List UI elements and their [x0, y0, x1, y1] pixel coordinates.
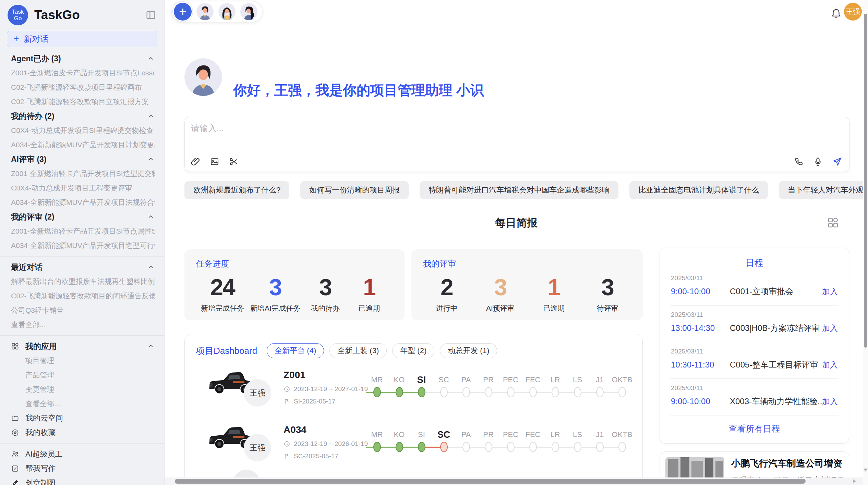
- sidebar-item-ai-staff[interactable]: AI超级员工: [11, 447, 155, 461]
- view-all-schedule-link[interactable]: 查看所有日程: [670, 423, 839, 434]
- notifications-bell-icon[interactable]: [830, 8, 842, 19]
- image-icon[interactable]: [209, 157, 220, 167]
- schedule-card: 日程 2025/03/119:00-10:00C001-立项审批会加入2025/…: [660, 248, 849, 444]
- milestone-track: MRKOSISCPAPRPECFECLRLSJ1OKTB: [366, 429, 633, 455]
- event-time: 9:00-10:00: [671, 287, 730, 296]
- send-icon[interactable]: [832, 157, 842, 167]
- app-title: TaskGo: [34, 8, 144, 22]
- milestone-label: LR: [544, 374, 566, 385]
- join-button[interactable]: 加入: [822, 396, 838, 407]
- sidebar-item[interactable]: A034-全新新能源MUV产品开发项目计划变更表编写: [11, 138, 155, 152]
- schedule-event: 2025/03/1110:30-11:30C005-整车工程目标评审加入: [670, 342, 839, 379]
- suggestion-chip[interactable]: 当下年轻人对汽车外观有怎样的喜好趋势: [779, 181, 868, 199]
- sidebar-section-header[interactable]: 我的评审 (2): [11, 210, 155, 224]
- sidebar-app-item[interactable]: 变更管理: [25, 382, 155, 397]
- sidebar-item-cloud-space[interactable]: 我的云空间: [11, 411, 155, 425]
- filter-pill[interactable]: 全新上装 (3): [329, 343, 387, 358]
- sidebar-item[interactable]: C02-飞腾新能源轻客改款项目立项汇报方案: [11, 95, 155, 109]
- collapse-sidebar-icon[interactable]: [144, 9, 157, 22]
- milestone-label: MR: [366, 374, 388, 385]
- sidebar-item[interactable]: C0X4-动力总成开发项目SI里程碑提交物检查: [11, 123, 155, 138]
- news-title: 小鹏飞行汽车制造公司增资: [731, 457, 843, 470]
- scroll-right-arrow[interactable]: [853, 479, 856, 483]
- milestone-node: [462, 442, 470, 452]
- suggestion-chip[interactable]: 特朗普可能对进口汽车增税会对中国车企造成哪些影响: [420, 181, 618, 199]
- project-row[interactable]: 王强Z0012023-12-19 ~ 2027-01-19SI-2025-05-…: [196, 363, 635, 418]
- event-name: C005-整车工程目标评审: [730, 359, 822, 370]
- filter-pill[interactable]: 动总开发 (1): [440, 343, 497, 358]
- suggestion-chip[interactable]: 欧洲新规最近颁布了什么?: [184, 181, 289, 199]
- horizontal-scrollbar-thumb[interactable]: [175, 479, 806, 484]
- sidebar-item[interactable]: C02-飞腾新能源轻客改款项目里程碑画布: [11, 80, 155, 95]
- event-date: 2025/03/11: [671, 311, 838, 319]
- sidebar-item[interactable]: A034-全新新能源MUV产品开发项目法规符合性评审: [11, 195, 155, 210]
- filter-pill[interactable]: 全新平台 (4): [267, 343, 324, 358]
- taskgo-app: Task Go TaskGo + 新对话 Agent已办 (3)Z001-全新燃…: [0, 0, 868, 485]
- message-input[interactable]: [190, 122, 844, 153]
- divider: [0, 335, 164, 336]
- event-date: 2025/03/11: [671, 348, 838, 355]
- sidebar-item[interactable]: Z001-全新燃油轻卡产品开发项目SI节点属性5D文件评审: [11, 224, 155, 238]
- milestone: SC: [433, 374, 455, 400]
- sidebar-item[interactable]: 公司Q3轻卡销量: [11, 303, 155, 318]
- milestone-node: [485, 442, 492, 452]
- section-label: Agent已办 (3): [11, 53, 61, 64]
- briefing-layout-icon[interactable]: [827, 216, 839, 229]
- agent-avatar-3[interactable]: [240, 3, 257, 20]
- sidebar-app-item[interactable]: 查看全部...: [25, 397, 155, 411]
- scroll-down-arrow[interactable]: [864, 469, 868, 472]
- filter-pill[interactable]: 年型 (2): [392, 343, 434, 358]
- sidebar-item-creative-drawing[interactable]: 创意制图: [11, 476, 155, 485]
- sidebar-item-write-for-me[interactable]: 帮我写作: [11, 461, 155, 476]
- sidebar-section-header[interactable]: 最近对话: [11, 260, 155, 274]
- sidebar-section-header[interactable]: 我的待办 (2): [11, 109, 155, 123]
- project-row[interactable]: 王强A0342023-12-19 ~ 2026-01-19SC-2025-05-…: [196, 418, 635, 473]
- plus-icon: +: [13, 33, 19, 44]
- suggestion-chip[interactable]: 比亚迪全固态电池计划具体说了什么: [629, 181, 768, 199]
- sidebar-app-item[interactable]: 项目管理: [25, 353, 155, 368]
- sidebar-item[interactable]: Z001-全新燃油皮卡产品开发项目SI节点Lesson Learn报告: [11, 66, 155, 80]
- star-badge-icon: [11, 428, 19, 437]
- stat-value: 24: [201, 274, 244, 300]
- event-time: 9:00-10:00: [671, 397, 730, 406]
- milestone-label: OKTB: [611, 429, 633, 440]
- stat: 3新增AI完成任务: [250, 274, 300, 313]
- horizontal-scrollbar[interactable]: [165, 477, 868, 485]
- scissors-icon[interactable]: [229, 157, 239, 167]
- user-avatar[interactable]: 王强: [844, 3, 862, 21]
- sidebar-item[interactable]: C02-飞腾新能源轻客改款项目的闭环通告反馈情况: [11, 289, 155, 303]
- milestone-label: SI: [410, 429, 433, 440]
- milestone-node: [373, 442, 381, 452]
- milestone-label: LS: [566, 429, 589, 440]
- sidebar-app-item[interactable]: 产品管理: [25, 368, 155, 382]
- milestone-node: [618, 442, 626, 452]
- milestone: FEC: [522, 374, 544, 400]
- sidebar-item[interactable]: 解释最新出台的欧盟报废车法规再生塑料比例被调至15%...: [11, 274, 155, 289]
- sidebar-section-header[interactable]: AI评审 (3): [11, 152, 155, 166]
- sidebar-item-favorites[interactable]: 我的收藏: [11, 425, 155, 440]
- sidebar-app-list: 项目管理产品管理变更管理查看全部...: [11, 353, 155, 411]
- phone-call-icon[interactable]: [794, 157, 804, 167]
- sidebar-section-header[interactable]: Agent已办 (3): [11, 51, 155, 66]
- sidebar-item-my-apps[interactable]: 我的应用: [11, 339, 155, 353]
- schedule-event: 2025/03/119:00-10:00C001-立项审批会加入: [670, 269, 839, 306]
- sidebar-item[interactable]: 查看全部...: [11, 318, 155, 332]
- agent-avatar-1[interactable]: [196, 3, 214, 20]
- microphone-icon[interactable]: [813, 157, 823, 167]
- milestone-label: PR: [477, 429, 499, 440]
- sidebar-item[interactable]: C0X4-动力总成开发项目工程变更评审: [11, 181, 155, 195]
- vertical-scrollbar-thumb[interactable]: [864, 14, 867, 348]
- agent-avatar-2[interactable]: [218, 3, 236, 20]
- milestone-node: [596, 442, 604, 452]
- attach-icon[interactable]: [190, 157, 201, 167]
- new-chat-button[interactable]: + 新对话: [7, 31, 157, 47]
- vertical-scrollbar[interactable]: [863, 0, 868, 485]
- add-agent-button[interactable]: +: [174, 3, 192, 21]
- join-button[interactable]: 加入: [822, 360, 838, 370]
- sidebar-item[interactable]: A034-全新新能源MUV产品开发项目造型可行性评审: [11, 238, 155, 253]
- join-button[interactable]: 加入: [822, 323, 838, 334]
- join-button[interactable]: 加入: [822, 286, 838, 297]
- suggestion-chip[interactable]: 如何写一份清晰的项目周报: [300, 181, 409, 199]
- sidebar-item[interactable]: Z001-全新燃油轻卡产品开发项目SI造型提交物评审: [11, 166, 155, 181]
- milestone: LS: [566, 429, 589, 455]
